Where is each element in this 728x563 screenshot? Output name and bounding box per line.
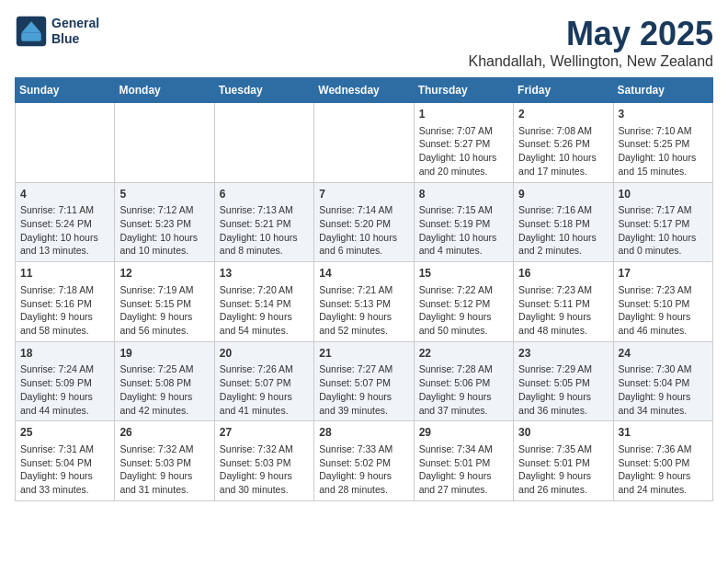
day-content: Sunset: 5:23 PM xyxy=(119,217,209,231)
table-row: 11Sunrise: 7:18 AMSunset: 5:16 PMDayligh… xyxy=(16,262,115,342)
day-content: Daylight: 9 hours xyxy=(419,469,508,483)
day-number: 16 xyxy=(518,266,608,282)
day-content: and 37 minutes. xyxy=(419,404,508,418)
day-content: Sunset: 5:07 PM xyxy=(220,376,309,390)
table-row xyxy=(214,103,313,183)
day-content: and 24 minutes. xyxy=(619,483,708,497)
day-content: Daylight: 9 hours xyxy=(319,469,408,483)
day-number: 11 xyxy=(20,266,109,282)
day-content: Sunset: 5:01 PM xyxy=(518,456,608,470)
day-content: Sunset: 5:07 PM xyxy=(319,376,408,390)
header-saturday: Saturday xyxy=(613,78,712,103)
day-content: Daylight: 10 hours xyxy=(518,231,608,245)
table-row: 6Sunrise: 7:13 AMSunset: 5:21 PMDaylight… xyxy=(214,182,313,262)
day-number: 9 xyxy=(518,187,608,202)
day-content: Sunset: 5:04 PM xyxy=(20,456,109,470)
table-row: 29Sunrise: 7:34 AMSunset: 5:01 PMDayligh… xyxy=(414,421,513,501)
week-row-3: 18Sunrise: 7:24 AMSunset: 5:09 PMDayligh… xyxy=(16,341,713,421)
month-title: May 2025 xyxy=(468,15,713,53)
header: General Blue May 2025 Khandallah, Wellin… xyxy=(15,15,713,70)
day-number: 21 xyxy=(319,346,408,362)
day-content: Sunset: 5:05 PM xyxy=(518,376,608,390)
day-number: 6 xyxy=(220,187,309,202)
week-row-2: 11Sunrise: 7:18 AMSunset: 5:16 PMDayligh… xyxy=(16,262,713,342)
day-number: 4 xyxy=(20,187,109,202)
table-row: 13Sunrise: 7:20 AMSunset: 5:14 PMDayligh… xyxy=(214,262,313,342)
day-content: Daylight: 9 hours xyxy=(20,310,109,324)
day-content: Daylight: 10 hours xyxy=(20,231,109,245)
day-content: Sunrise: 7:18 AM xyxy=(20,283,109,297)
table-row: 19Sunrise: 7:25 AMSunset: 5:08 PMDayligh… xyxy=(115,341,214,421)
table-row: 10Sunrise: 7:17 AMSunset: 5:17 PMDayligh… xyxy=(613,182,712,262)
day-content: and 31 minutes. xyxy=(119,483,209,497)
day-content: Daylight: 10 hours xyxy=(619,151,708,165)
weekday-header-row: Sunday Monday Tuesday Wednesday Thursday… xyxy=(16,78,713,103)
day-content: Daylight: 9 hours xyxy=(419,310,508,324)
day-content: Sunset: 5:06 PM xyxy=(419,376,508,390)
day-number: 29 xyxy=(419,425,508,441)
table-row: 23Sunrise: 7:29 AMSunset: 5:05 PMDayligh… xyxy=(514,341,613,421)
day-content: and 15 minutes. xyxy=(619,165,708,178)
table-row: 27Sunrise: 7:32 AMSunset: 5:03 PMDayligh… xyxy=(214,421,313,501)
day-number: 27 xyxy=(220,425,309,441)
day-content: and 20 minutes. xyxy=(419,165,508,178)
table-row: 30Sunrise: 7:35 AMSunset: 5:01 PMDayligh… xyxy=(514,421,613,501)
day-content: Sunrise: 7:22 AM xyxy=(419,283,508,297)
day-content: Sunrise: 7:08 AM xyxy=(518,124,608,138)
calendar-table: Sunday Monday Tuesday Wednesday Thursday… xyxy=(15,77,713,501)
day-content: Sunset: 5:03 PM xyxy=(220,456,309,470)
day-content: Daylight: 9 hours xyxy=(419,390,508,404)
day-content: Sunrise: 7:32 AM xyxy=(220,442,309,456)
day-number: 18 xyxy=(20,346,109,362)
day-content: and 46 minutes. xyxy=(619,324,708,338)
day-content: Sunset: 5:15 PM xyxy=(119,297,209,311)
header-monday: Monday xyxy=(115,78,214,103)
day-content: and 13 minutes. xyxy=(20,244,109,258)
header-thursday: Thursday xyxy=(414,78,513,103)
day-content: Sunrise: 7:11 AM xyxy=(20,203,109,217)
day-content: Daylight: 9 hours xyxy=(220,310,309,324)
day-content: Daylight: 10 hours xyxy=(619,231,708,245)
day-content: Daylight: 10 hours xyxy=(419,151,508,165)
day-content: Sunrise: 7:33 AM xyxy=(319,442,408,456)
day-content: Sunrise: 7:13 AM xyxy=(220,203,309,217)
calendar-body: 1Sunrise: 7:07 AMSunset: 5:27 PMDaylight… xyxy=(16,103,713,501)
title-area: May 2025 Khandallah, Wellington, New Zea… xyxy=(468,15,713,70)
day-content: and 4 minutes. xyxy=(419,244,508,258)
day-content: and 54 minutes. xyxy=(220,324,309,338)
day-content: Sunrise: 7:16 AM xyxy=(518,203,608,217)
day-number: 3 xyxy=(619,107,708,122)
day-content: Sunrise: 7:30 AM xyxy=(619,362,708,376)
day-number: 23 xyxy=(518,346,608,362)
day-content: and 30 minutes. xyxy=(220,483,309,497)
day-content: and 27 minutes. xyxy=(419,483,508,497)
day-content: and 6 minutes. xyxy=(319,244,408,258)
day-content: Sunrise: 7:34 AM xyxy=(419,442,508,456)
day-content: Daylight: 9 hours xyxy=(518,390,608,404)
location-title: Khandallah, Wellington, New Zealand xyxy=(468,53,713,70)
day-content: and 42 minutes. xyxy=(119,404,209,418)
table-row: 22Sunrise: 7:28 AMSunset: 5:06 PMDayligh… xyxy=(414,341,513,421)
day-content: Sunrise: 7:19 AM xyxy=(119,283,209,297)
table-row: 17Sunrise: 7:23 AMSunset: 5:10 PMDayligh… xyxy=(613,262,712,342)
day-content: and 2 minutes. xyxy=(518,244,608,258)
day-content: Sunrise: 7:21 AM xyxy=(319,283,408,297)
day-content: and 28 minutes. xyxy=(319,483,408,497)
day-content: Sunset: 5:21 PM xyxy=(220,217,309,231)
day-content: and 44 minutes. xyxy=(20,404,109,418)
day-content: Sunrise: 7:26 AM xyxy=(220,362,309,376)
day-content: Sunrise: 7:32 AM xyxy=(119,442,209,456)
table-row: 5Sunrise: 7:12 AMSunset: 5:23 PMDaylight… xyxy=(115,182,214,262)
day-content: Sunrise: 7:23 AM xyxy=(518,283,608,297)
day-content: and 36 minutes. xyxy=(518,404,608,418)
day-number: 1 xyxy=(419,107,508,122)
table-row xyxy=(314,103,414,183)
table-row: 9Sunrise: 7:16 AMSunset: 5:18 PMDaylight… xyxy=(514,182,613,262)
table-row: 3Sunrise: 7:10 AMSunset: 5:25 PMDaylight… xyxy=(613,103,712,183)
day-content: Sunrise: 7:14 AM xyxy=(319,203,408,217)
table-row: 28Sunrise: 7:33 AMSunset: 5:02 PMDayligh… xyxy=(314,421,414,501)
day-content: Sunset: 5:26 PM xyxy=(518,137,608,151)
day-number: 14 xyxy=(319,266,408,282)
day-content: Daylight: 9 hours xyxy=(119,469,209,483)
day-number: 20 xyxy=(220,346,309,362)
